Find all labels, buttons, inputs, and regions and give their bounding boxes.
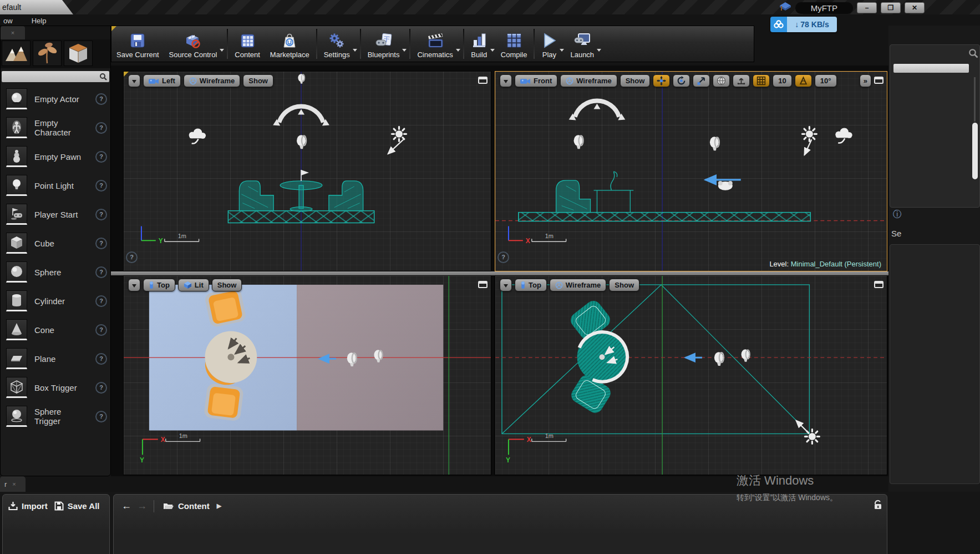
viewport-options-dropdown[interactable] xyxy=(500,279,512,291)
landscape-mode-tab[interactable] xyxy=(2,41,31,66)
toolbar-overflow-button[interactable]: » xyxy=(860,74,871,87)
viewport-view-button[interactable]: Top xyxy=(143,279,175,291)
surface-snap-button[interactable] xyxy=(733,74,750,87)
viewport-mode-button[interactable]: Wireframe xyxy=(550,279,606,291)
viewport-splitter[interactable] xyxy=(111,271,888,275)
panel-field-partial[interactable] xyxy=(893,64,969,73)
help-icon[interactable]: ? xyxy=(95,324,107,336)
info-tab-icon[interactable]: ⓘ xyxy=(893,209,902,220)
viewport-show-button[interactable]: Show xyxy=(609,279,639,291)
foliage-mode-tab[interactable] xyxy=(33,41,62,66)
viewport-left-wireframe[interactable]: Y 1m Left Wireframe Show xyxy=(123,71,491,271)
save-current-button[interactable]: Save Current xyxy=(111,26,164,62)
viewport-top-lit[interactable]: X Y 1m Top Lit Show xyxy=(123,275,491,475)
help-icon[interactable]: ? xyxy=(95,266,107,278)
move-tool-icon xyxy=(657,76,666,85)
content-browser-tab[interactable]: r × xyxy=(0,476,26,492)
viewport-view-button[interactable]: Front xyxy=(515,74,557,87)
settings-button[interactable]: Settings xyxy=(319,26,355,62)
tab-close-icon[interactable]: × xyxy=(11,29,14,36)
download-speed-badge[interactable]: ↓ 78 KB/s xyxy=(770,17,837,32)
search-icon[interactable] xyxy=(968,48,978,58)
viewport-front-wireframe[interactable]: X 1m Front Wireframe Show xyxy=(495,71,887,271)
maximize-viewport-button[interactable] xyxy=(874,77,883,85)
launch-button[interactable]: Launch xyxy=(565,26,599,62)
import-button[interactable]: Import xyxy=(6,500,50,512)
save-all-button[interactable]: Save All xyxy=(52,500,102,512)
forward-button[interactable]: → xyxy=(137,500,147,512)
rotate-tool-button[interactable] xyxy=(673,74,690,87)
help-icon[interactable]: ? xyxy=(95,151,107,163)
angle-snap-toggle[interactable] xyxy=(795,74,812,87)
list-item-cone[interactable]: Cone ? xyxy=(1,315,110,344)
world-local-toggle[interactable] xyxy=(713,74,730,87)
content-browser-button[interactable]: Content xyxy=(230,26,265,62)
list-item-point-light[interactable]: Point Light ? xyxy=(1,171,110,200)
viewport-view-button[interactable]: Left xyxy=(143,74,181,87)
place-actors-tab[interactable]: × xyxy=(1,26,25,39)
maximize-viewport-button[interactable] xyxy=(478,281,488,290)
tab-close-icon[interactable]: × xyxy=(12,481,16,487)
minimize-button[interactable]: – xyxy=(857,2,877,13)
viewport-show-button[interactable]: Show xyxy=(212,279,242,291)
help-icon[interactable]: ? xyxy=(95,382,107,394)
menu-help[interactable]: Help xyxy=(29,17,49,25)
list-item-empty-character[interactable]: Empty Character ? xyxy=(1,113,110,142)
viewport-help-icon[interactable]: ? xyxy=(497,251,509,263)
help-icon[interactable]: ? xyxy=(95,295,107,307)
help-icon[interactable]: ? xyxy=(95,93,107,105)
help-icon[interactable]: ? xyxy=(95,180,107,192)
list-item-cylinder[interactable]: Cylinder ? xyxy=(1,286,110,315)
list-item-plane[interactable]: Plane ? xyxy=(1,344,110,373)
help-icon[interactable]: ? xyxy=(95,238,107,249)
viewport-mode-button[interactable]: Wireframe xyxy=(560,74,617,87)
breadcrumb-content[interactable]: Content ▶ xyxy=(161,500,224,512)
play-button[interactable]: Play xyxy=(536,26,562,62)
viewport-mode-button[interactable]: Lit xyxy=(178,279,209,291)
sphere-trigger-icon xyxy=(6,406,27,427)
maximize-viewport-button[interactable] xyxy=(478,77,488,85)
viewport-show-button[interactable]: Show xyxy=(620,74,651,87)
maximize-viewport-button[interactable] xyxy=(874,281,883,290)
viewport-options-dropdown[interactable] xyxy=(128,74,140,87)
list-item-sphere-trigger[interactable]: Sphere Trigger ? xyxy=(1,402,110,431)
scrollbar-track[interactable] xyxy=(974,77,976,122)
list-item-player-start[interactable]: Player Start ? xyxy=(1,200,110,229)
list-item-cube[interactable]: Cube ? xyxy=(1,229,110,258)
list-item-box-trigger[interactable]: Box Trigger ? xyxy=(1,373,110,402)
build-button[interactable]: Build xyxy=(466,26,492,62)
grid-snap-toggle[interactable] xyxy=(753,74,770,87)
viewport-mode-button[interactable]: Wireframe xyxy=(184,74,240,87)
list-item-empty-pawn[interactable]: Empty Pawn ? xyxy=(1,142,110,171)
lock-icon[interactable] xyxy=(874,500,882,512)
blueprints-button[interactable]: Blueprints xyxy=(363,26,405,62)
angle-snap-value[interactable]: 10° xyxy=(815,74,837,87)
viewport-help-icon[interactable]: ? xyxy=(126,251,138,263)
compile-button[interactable]: Compile xyxy=(496,26,532,62)
viewport-top-wireframe[interactable]: X Y 1m Top Wireframe Show xyxy=(495,275,887,475)
scrollbar-thumb[interactable] xyxy=(972,123,978,179)
grid-snap-value[interactable]: 10 xyxy=(773,74,791,87)
cinematics-button[interactable]: Cinematics xyxy=(412,26,458,62)
list-item-sphere[interactable]: Sphere ? xyxy=(1,258,110,286)
window-tab[interactable]: efault xyxy=(0,0,75,14)
viewport-options-dropdown[interactable] xyxy=(500,74,512,87)
close-button[interactable]: ✕ xyxy=(905,2,925,13)
help-icon[interactable]: ? xyxy=(95,209,107,220)
help-icon[interactable]: ? xyxy=(95,411,107,422)
menu-window[interactable]: ow xyxy=(1,17,15,25)
marketplace-button[interactable]: Marketplace xyxy=(265,26,314,62)
geometry-mode-tab[interactable] xyxy=(64,41,93,66)
move-tool-button[interactable] xyxy=(653,74,670,87)
viewport-show-button[interactable]: Show xyxy=(243,74,273,87)
back-button[interactable]: ← xyxy=(121,500,131,512)
source-control-button[interactable]: Source Control xyxy=(164,26,222,62)
list-item-empty-actor[interactable]: Empty Actor ? xyxy=(1,84,110,113)
scale-tool-button[interactable] xyxy=(693,74,710,87)
viewport-options-dropdown[interactable] xyxy=(128,279,140,291)
help-icon[interactable]: ? xyxy=(95,353,107,365)
viewport-view-button[interactable]: Top xyxy=(515,279,547,291)
search-actors-input[interactable] xyxy=(2,71,109,82)
help-icon[interactable]: ? xyxy=(95,122,107,134)
restore-button[interactable]: ❐ xyxy=(881,2,901,13)
